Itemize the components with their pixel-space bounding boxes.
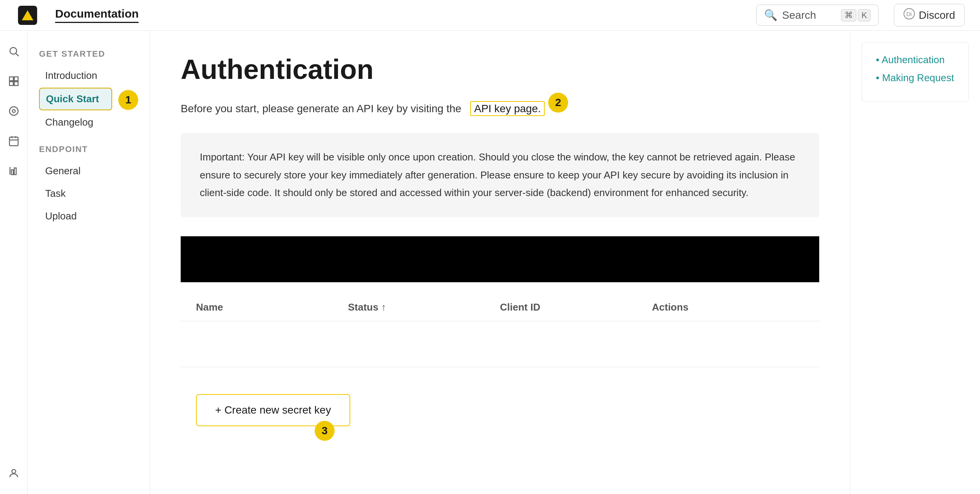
search-label: Search bbox=[782, 9, 816, 21]
table-empty-row bbox=[181, 321, 819, 367]
svg-rect-8 bbox=[9, 82, 13, 85]
main-content: Authentication Before you start, please … bbox=[150, 31, 850, 494]
svg-rect-12 bbox=[9, 137, 18, 146]
sidebar-item-introduction[interactable]: Introduction bbox=[39, 65, 138, 86]
table-col-name: Name bbox=[196, 301, 348, 313]
toc-item-authentication[interactable]: Authentication bbox=[876, 54, 954, 66]
table-section: Name Status ↑ Client ID Actions bbox=[181, 282, 819, 379]
svg-rect-9 bbox=[14, 82, 18, 85]
sidebar-quick-start-container: Quick Start 1 bbox=[39, 88, 138, 112]
intro-text: Before you start, please generate an API… bbox=[181, 100, 819, 118]
warning-box: Important: Your API key will be visible … bbox=[181, 133, 819, 217]
redacted-bar bbox=[181, 236, 819, 282]
svg-rect-18 bbox=[14, 168, 16, 175]
svg-point-19 bbox=[12, 469, 16, 473]
svg-point-4 bbox=[10, 47, 17, 54]
icon-dashboard[interactable] bbox=[5, 72, 23, 90]
svg-rect-6 bbox=[9, 77, 13, 81]
layout: GET STARTED Introduction Quick Start 1 C… bbox=[0, 31, 980, 494]
step-badge-3: 3 bbox=[315, 421, 335, 441]
table-col-clientid: Client ID bbox=[500, 301, 652, 313]
kbd-k: K bbox=[858, 9, 871, 21]
sidebar: GET STARTED Introduction Quick Start 1 C… bbox=[28, 31, 150, 494]
toc-item-making-request[interactable]: Making Request bbox=[876, 72, 954, 84]
svg-rect-17 bbox=[11, 170, 13, 175]
step-badge-1: 1 bbox=[118, 90, 138, 110]
sidebar-item-task[interactable]: Task bbox=[39, 183, 138, 204]
icon-user[interactable] bbox=[5, 464, 23, 483]
svg-line-5 bbox=[16, 54, 18, 56]
sidebar-section-endpoint: ENDPOINT bbox=[39, 144, 138, 154]
search-bar[interactable]: 🔍 Search ⌘ K bbox=[756, 5, 879, 26]
sidebar-section-get-started: GET STARTED bbox=[39, 49, 138, 59]
search-kbd: ⌘ K bbox=[841, 9, 871, 21]
sidebar-item-changelog[interactable]: Changelog bbox=[39, 112, 138, 133]
icon-bar bbox=[0, 31, 28, 494]
svg-point-10 bbox=[9, 107, 18, 116]
icon-chart[interactable] bbox=[5, 162, 23, 180]
table-col-actions: Actions bbox=[652, 301, 804, 313]
table-header: Name Status ↑ Client ID Actions bbox=[181, 294, 819, 321]
step-badge-2: 2 bbox=[548, 93, 568, 113]
topbar: Documentation 🔍 Search ⌘ K Di Discord bbox=[0, 0, 980, 31]
svg-rect-7 bbox=[14, 77, 18, 81]
intro-section: Before you start, please generate an API… bbox=[181, 100, 819, 118]
logo bbox=[15, 3, 40, 28]
svg-text:Di: Di bbox=[906, 11, 912, 17]
table-col-status: Status ↑ bbox=[348, 301, 500, 313]
create-key-area: + Create new secret key 3 bbox=[181, 379, 819, 442]
toc-panel: Authentication Making Request bbox=[850, 31, 980, 494]
topbar-title: Documentation bbox=[55, 7, 139, 23]
discord-icon: Di bbox=[903, 8, 915, 22]
discord-button[interactable]: Di Discord bbox=[894, 4, 965, 26]
search-icon: 🔍 bbox=[764, 9, 777, 21]
api-key-link[interactable]: API key page. bbox=[470, 101, 544, 116]
svg-point-11 bbox=[12, 110, 15, 113]
icon-search[interactable] bbox=[5, 42, 23, 61]
topbar-right: 🔍 Search ⌘ K Di Discord bbox=[756, 4, 965, 26]
kbd-cmd: ⌘ bbox=[841, 9, 856, 21]
sidebar-item-upload[interactable]: Upload bbox=[39, 206, 138, 227]
toc-box: Authentication Making Request bbox=[862, 42, 969, 102]
page-title: Authentication bbox=[181, 54, 819, 85]
icon-calendar[interactable] bbox=[5, 132, 23, 150]
sidebar-item-general[interactable]: General bbox=[39, 160, 138, 182]
icon-api[interactable] bbox=[5, 102, 23, 120]
sidebar-item-quick-start[interactable]: Quick Start bbox=[39, 88, 112, 110]
discord-label: Discord bbox=[919, 9, 955, 21]
